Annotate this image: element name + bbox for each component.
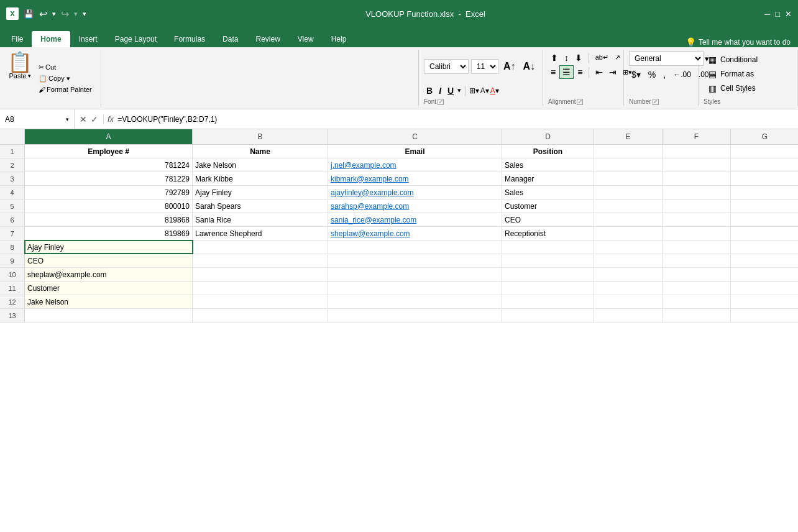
row-header-4[interactable]: 4 xyxy=(0,186,25,199)
increase-indent-button[interactable]: ⇥ xyxy=(607,65,619,79)
tab-insert[interactable]: Insert xyxy=(70,31,106,47)
cell-C8[interactable] xyxy=(328,241,502,254)
cell-G4[interactable] xyxy=(731,186,798,199)
cell-B12[interactable] xyxy=(193,295,328,308)
percent-button[interactable]: % xyxy=(646,68,658,81)
cell-B5[interactable]: Sarah Spears xyxy=(193,200,328,213)
formula-input[interactable] xyxy=(117,115,798,124)
cell-D4[interactable]: Sales xyxy=(502,186,594,199)
cell-G8[interactable] xyxy=(731,241,798,254)
cell-A1[interactable]: Employee # xyxy=(25,145,193,158)
align-left-button[interactable]: ≡ xyxy=(548,65,558,79)
number-expand-icon[interactable]: ⤢ xyxy=(653,99,659,105)
cell-D3[interactable]: Manager xyxy=(502,172,594,185)
cell-D9[interactable] xyxy=(502,254,594,267)
row-header-5[interactable]: 5 xyxy=(0,200,25,213)
cell-G13[interactable] xyxy=(731,309,798,322)
cell-G3[interactable] xyxy=(731,172,798,185)
increase-font-button[interactable]: A↑ xyxy=(501,60,518,73)
border-button[interactable]: ⊞▾ xyxy=(469,86,479,95)
cell-E1[interactable] xyxy=(594,145,663,158)
currency-button[interactable]: $▾ xyxy=(629,68,643,81)
cell-E8[interactable] xyxy=(594,241,663,254)
align-center-button[interactable]: ☰ xyxy=(559,65,574,79)
wrap-text-button[interactable]: ab↵ xyxy=(593,51,611,64)
cell-A9[interactable]: CEO xyxy=(25,254,193,267)
cell-B6[interactable]: Sania Rice xyxy=(193,213,328,226)
cell-F11[interactable] xyxy=(663,282,731,295)
format-as-table-button[interactable]: ▤ Format as xyxy=(704,68,763,80)
cell-F6[interactable] xyxy=(663,213,731,226)
cell-A2[interactable]: 781224 xyxy=(25,158,193,172)
cell-reference-box[interactable]: A8 ▾ xyxy=(0,109,75,129)
cell-G7[interactable] xyxy=(731,227,798,240)
align-top-button[interactable]: ⬆ xyxy=(548,51,561,64)
row-header-6[interactable]: 6 xyxy=(0,213,25,226)
cell-F8[interactable] xyxy=(663,241,731,254)
cancel-formula-button[interactable]: ✕ xyxy=(80,114,87,124)
cell-E5[interactable] xyxy=(594,200,663,213)
cell-F5[interactable] xyxy=(663,200,731,213)
cell-D1[interactable]: Position xyxy=(502,145,594,158)
cell-D13[interactable] xyxy=(502,309,594,322)
cell-D2[interactable]: Sales xyxy=(502,158,594,172)
cell-F10[interactable] xyxy=(663,268,731,281)
cell-G11[interactable] xyxy=(731,282,798,295)
cell-A12[interactable]: Jake Nelson xyxy=(25,295,193,308)
save-button[interactable]: 💾 xyxy=(24,9,34,19)
cell-E13[interactable] xyxy=(594,309,663,322)
cell-C9[interactable] xyxy=(328,254,502,267)
cell-E2[interactable] xyxy=(594,158,663,172)
tab-home[interactable]: Home xyxy=(32,31,70,47)
align-right-button[interactable]: ≡ xyxy=(575,65,585,79)
cell-B1[interactable]: Name xyxy=(193,145,328,158)
row-header-10[interactable]: 10 xyxy=(0,268,25,281)
cell-C4[interactable]: ajayfinley@example.com xyxy=(328,186,502,199)
row-header-7[interactable]: 7 xyxy=(0,227,25,240)
cell-B11[interactable] xyxy=(193,282,328,295)
cell-C6[interactable]: sania_rice@example.com xyxy=(328,213,502,226)
font-color-button[interactable]: A▾ xyxy=(490,86,499,95)
cell-G2[interactable] xyxy=(731,158,798,172)
row-header-13[interactable]: 13 xyxy=(0,309,25,322)
decrease-decimal-button[interactable]: ←.00 xyxy=(671,69,694,80)
row-header-8[interactable]: 8 xyxy=(0,241,25,254)
cell-B9[interactable] xyxy=(193,254,328,267)
cell-G1[interactable] xyxy=(731,145,798,158)
cell-C5[interactable]: sarahsp@example.com xyxy=(328,200,502,213)
cell-B3[interactable]: Mark Kibbe xyxy=(193,172,328,185)
redo-button[interactable]: ↪ xyxy=(61,8,69,20)
cell-A4[interactable]: 792789 xyxy=(25,186,193,199)
cell-C12[interactable] xyxy=(328,295,502,308)
col-header-e[interactable]: E xyxy=(594,129,663,144)
close-button[interactable]: ✕ xyxy=(785,9,792,19)
row-header-3[interactable]: 3 xyxy=(0,172,25,185)
font-size-select[interactable]: 11 xyxy=(471,59,498,74)
comma-button[interactable]: , xyxy=(661,68,668,81)
cell-D12[interactable] xyxy=(502,295,594,308)
format-painter-button[interactable]: 🖌 Format Painter xyxy=(36,85,94,94)
cell-G9[interactable] xyxy=(731,254,798,267)
tab-data[interactable]: Data xyxy=(214,31,247,47)
cell-G12[interactable] xyxy=(731,295,798,308)
decrease-indent-button[interactable]: ⇤ xyxy=(593,65,605,79)
tab-view[interactable]: View xyxy=(289,31,323,47)
alignment-expand-icon[interactable]: ⤢ xyxy=(577,99,583,105)
cell-D11[interactable] xyxy=(502,282,594,295)
cell-B10[interactable] xyxy=(193,268,328,281)
cell-D5[interactable]: Customer xyxy=(502,200,594,213)
row-header-2[interactable]: 2 xyxy=(0,158,25,172)
col-header-f[interactable]: F xyxy=(663,129,731,144)
cell-D10[interactable] xyxy=(502,268,594,281)
col-header-c[interactable]: C xyxy=(328,129,502,144)
tab-formulas[interactable]: Formulas xyxy=(165,31,214,47)
cell-C10[interactable] xyxy=(328,268,502,281)
cell-D7[interactable]: Receptionist xyxy=(502,227,594,240)
cut-button[interactable]: ✂ Cut xyxy=(36,63,94,72)
col-header-d[interactable]: D xyxy=(502,129,594,144)
tab-file[interactable]: File xyxy=(2,31,32,47)
cell-F4[interactable] xyxy=(663,186,731,199)
cell-G5[interactable] xyxy=(731,200,798,213)
redo-dropdown[interactable]: ▾ xyxy=(74,10,78,18)
cell-A6[interactable]: 819868 xyxy=(25,213,193,226)
